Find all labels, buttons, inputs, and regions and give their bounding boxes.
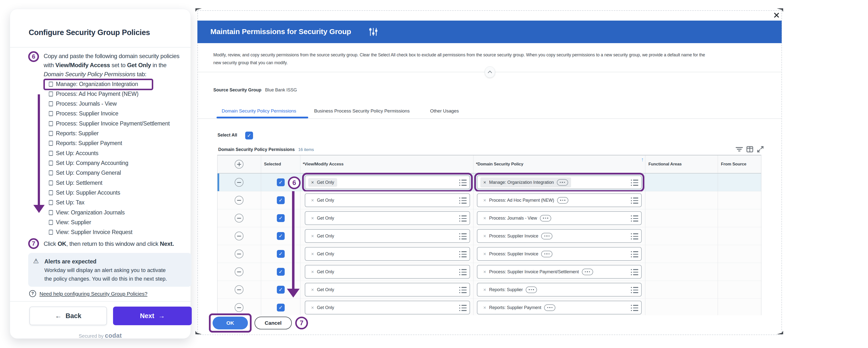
remove-value-icon[interactable]: × <box>483 269 486 274</box>
prompt-field[interactable]: ×Get Only <box>305 301 470 314</box>
row-checkbox[interactable]: ✓ <box>277 214 285 222</box>
remove-value-icon[interactable]: × <box>483 305 486 310</box>
column-settings-icon[interactable] <box>746 146 753 153</box>
tab-other-usages[interactable]: Other Usages <box>430 108 459 114</box>
related-actions-icon[interactable] <box>540 215 551 222</box>
policy-list-item[interactable]: Set Up: Company Accounting <box>49 158 128 168</box>
sort-ascending-icon[interactable]: ↑ <box>641 156 644 163</box>
remove-value-icon[interactable]: × <box>311 198 314 203</box>
next-button[interactable]: Next → <box>113 307 192 325</box>
related-actions-icon[interactable] <box>544 305 555 311</box>
prompt-field[interactable]: ×Process: Supplier Invoice Payment/Settl… <box>477 265 642 279</box>
prompt-field[interactable]: ×Process: Supplier Invoice <box>477 247 642 261</box>
remove-value-icon[interactable]: × <box>483 216 486 221</box>
related-actions-icon[interactable] <box>541 233 552 240</box>
prompt-field[interactable]: ×Get Only <box>305 247 470 261</box>
prompt-field[interactable]: ×Get Only <box>305 283 470 296</box>
remove-value-icon[interactable]: × <box>483 198 486 203</box>
related-actions-icon[interactable] <box>541 251 552 257</box>
policy-list-item[interactable]: Process: Ad Hoc Payment (NEW) <box>49 89 138 99</box>
prompt-list-icon[interactable] <box>631 180 638 186</box>
row-checkbox[interactable]: ✓ <box>277 250 285 258</box>
prompt-list-icon[interactable] <box>459 305 467 311</box>
remove-value-icon[interactable]: × <box>311 269 314 274</box>
remove-value-icon[interactable]: × <box>483 287 486 292</box>
remove-row-icon[interactable] <box>235 285 244 294</box>
related-actions-icon[interactable] <box>526 286 537 293</box>
remove-value-icon[interactable]: × <box>311 305 314 310</box>
row-checkbox[interactable]: ✓ <box>277 196 285 204</box>
row-checkbox[interactable]: ✓ <box>277 232 285 240</box>
help-link[interactable]: Need help configuring Security Group Pol… <box>39 291 147 297</box>
filter-icon[interactable] <box>736 146 743 153</box>
prompt-field[interactable]: ×Get Only <box>305 265 470 279</box>
remove-value-icon[interactable]: × <box>311 287 314 292</box>
close-icon[interactable] <box>772 11 780 19</box>
row-checkbox[interactable]: ✓ <box>277 304 285 312</box>
prompt-list-icon[interactable] <box>459 269 467 275</box>
prompt-list-icon[interactable] <box>459 180 467 186</box>
prompt-list-icon[interactable] <box>631 269 638 275</box>
policy-list-item[interactable]: Process: Journals - View <box>49 99 117 109</box>
tab-business-process-security-policy-permissions[interactable]: Business Process Security Policy Permiss… <box>314 108 410 114</box>
policy-list-item[interactable]: Set Up: Settlement <box>49 178 102 188</box>
related-actions-icon[interactable] <box>557 197 568 204</box>
policy-list-item[interactable]: Process: Supplier Invoice <box>49 109 118 119</box>
settings-sliders-icon[interactable] <box>369 28 378 36</box>
tab-domain-security-policy-permissions[interactable]: Domain Security Policy Permissions <box>222 108 296 114</box>
prompt-list-icon[interactable] <box>459 251 467 257</box>
related-actions-icon[interactable] <box>582 268 593 275</box>
policy-list-item[interactable]: View: Organization Journals <box>49 208 125 217</box>
select-all-checkbox[interactable]: ✓ <box>245 132 253 139</box>
prompt-list-icon[interactable] <box>459 287 467 293</box>
add-row-icon[interactable] <box>235 160 244 168</box>
prompt-list-icon[interactable] <box>631 287 638 293</box>
remove-row-icon[interactable] <box>235 303 244 312</box>
policy-list-item[interactable]: Reports: Supplier Payment <box>49 138 122 148</box>
expand-grid-icon[interactable] <box>757 146 764 153</box>
prompt-field[interactable]: ×Process: Journals - View <box>477 211 642 225</box>
policy-list-item[interactable]: Process: Supplier Invoice Payment/Settle… <box>49 119 170 128</box>
remove-value-icon[interactable]: × <box>311 233 314 239</box>
cancel-button[interactable]: Cancel <box>254 317 292 329</box>
row-checkbox[interactable]: ✓ <box>277 286 285 294</box>
remove-row-icon[interactable] <box>235 196 244 204</box>
prompt-field[interactable]: ×Manage: Organization Integration <box>477 176 642 189</box>
prompt-list-icon[interactable] <box>459 197 467 204</box>
prompt-list-icon[interactable] <box>631 233 638 240</box>
prompt-list-icon[interactable] <box>631 305 638 311</box>
policy-list-item[interactable]: View: Supplier <box>49 218 91 227</box>
prompt-field[interactable]: ×Get Only <box>305 193 470 207</box>
policy-list-item[interactable]: View: Supplier Invoice Request <box>49 227 132 237</box>
related-actions-icon[interactable] <box>557 179 568 186</box>
remove-value-icon[interactable]: × <box>483 251 486 256</box>
remove-row-icon[interactable] <box>235 250 244 258</box>
remove-value-icon[interactable]: × <box>311 251 314 256</box>
policy-list-item[interactable]: Set Up: Tax <box>49 198 84 208</box>
row-checkbox[interactable]: ✓ <box>277 179 285 186</box>
remove-value-icon[interactable]: × <box>311 180 314 185</box>
row-checkbox[interactable]: ✓ <box>277 268 285 276</box>
ok-button[interactable]: OK <box>213 317 248 329</box>
prompt-field[interactable]: ×Reports: Supplier Payment <box>477 301 642 314</box>
policy-list-item[interactable]: Reports: Supplier <box>49 129 99 138</box>
prompt-list-icon[interactable] <box>631 251 638 257</box>
prompt-field[interactable]: ×Process: Supplier Invoice <box>477 229 642 243</box>
collapse-section-button[interactable] <box>485 66 495 78</box>
remove-row-icon[interactable] <box>235 267 244 276</box>
prompt-field[interactable]: ×Get Only <box>305 211 470 225</box>
policy-list-item[interactable]: Set Up: Accounts <box>49 148 98 158</box>
prompt-list-icon[interactable] <box>631 197 638 204</box>
prompt-list-icon[interactable] <box>459 233 467 240</box>
prompt-list-icon[interactable] <box>631 215 638 222</box>
remove-value-icon[interactable]: × <box>483 233 486 239</box>
remove-row-icon[interactable] <box>235 214 244 223</box>
remove-value-icon[interactable]: × <box>483 180 486 185</box>
remove-row-icon[interactable] <box>235 231 244 241</box>
policy-list-item[interactable]: Set Up: Supplier Accounts <box>49 188 120 198</box>
back-button[interactable]: ← Back <box>29 307 107 325</box>
remove-value-icon[interactable]: × <box>311 216 314 221</box>
prompt-field[interactable]: ×Get Only <box>305 229 470 243</box>
prompt-field[interactable]: ×Get Only <box>305 176 470 189</box>
remove-row-icon[interactable] <box>235 178 244 187</box>
